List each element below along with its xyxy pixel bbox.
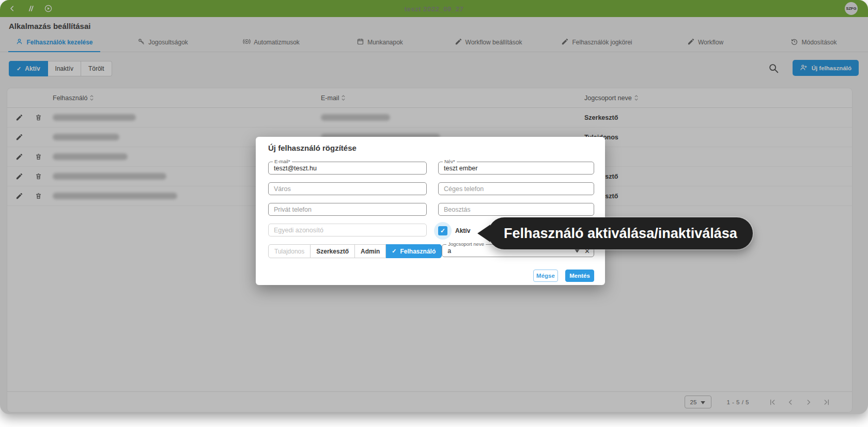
unique-id-field: Egyedi azonosító xyxy=(268,224,427,236)
role-button-szerkeszto[interactable]: Szerkesztő xyxy=(311,244,355,258)
private-phone-field[interactable]: Privát telefon xyxy=(268,203,427,216)
company-phone-placeholder: Céges telefon xyxy=(444,185,484,193)
email-field-label: E-mail* xyxy=(273,159,292,164)
check-icon: ✓ xyxy=(392,248,396,255)
role-button-tulajdonos[interactable]: Tulajdonos xyxy=(268,244,311,258)
name-field[interactable]: Név* teszt ember xyxy=(438,162,594,175)
callout-text: Felhasználó aktiválása/inaktiválása xyxy=(504,226,737,242)
city-field[interactable]: Város xyxy=(268,182,427,195)
name-field-label: Név* xyxy=(443,159,457,164)
save-button[interactable]: Mentés xyxy=(565,270,594,282)
email-field[interactable]: E-mail* teszt@teszt.hu xyxy=(268,162,427,175)
position-field[interactable]: Beosztás xyxy=(438,203,594,216)
rights-group-label: Jogcsoport neve xyxy=(446,242,486,247)
cancel-button[interactable]: Mégse xyxy=(533,270,558,282)
position-placeholder: Beosztás xyxy=(444,206,470,213)
email-field-value: teszt@teszt.hu xyxy=(274,165,317,172)
role-button-felhasznalo[interactable]: ✓ Felhasználó xyxy=(386,244,442,258)
role-button-group: Tulajdonos Szerkesztő Admin ✓ Felhasznál… xyxy=(268,244,442,258)
screenshot-stage: teszt 2022_09_27 SZFG Alkalmazás beállít… xyxy=(0,0,868,427)
dialog-title: Új felhasználó rögzítése xyxy=(268,144,357,152)
name-field-value: teszt ember xyxy=(444,165,477,172)
checkbox-halo: ✓ xyxy=(434,222,452,240)
private-phone-placeholder: Privát telefon xyxy=(274,206,312,213)
rights-group-value: a xyxy=(447,247,451,255)
company-phone-field[interactable]: Céges telefon xyxy=(438,182,594,195)
city-placeholder: Város xyxy=(274,185,291,193)
role-button-admin[interactable]: Admin xyxy=(355,244,386,258)
active-checkbox[interactable]: ✓ xyxy=(438,226,447,235)
active-checkbox-label: Aktív xyxy=(455,227,470,234)
new-user-dialog: Új felhasználó rögzítése E-mail* teszt@t… xyxy=(256,137,605,285)
unique-id-placeholder: Egyedi azonosító xyxy=(274,227,323,234)
chevron-down-icon[interactable] xyxy=(575,249,580,252)
role-button-label: Felhasználó xyxy=(400,248,436,255)
callout-tooltip: Felhasználó aktiválása/inaktiválása xyxy=(488,217,753,249)
